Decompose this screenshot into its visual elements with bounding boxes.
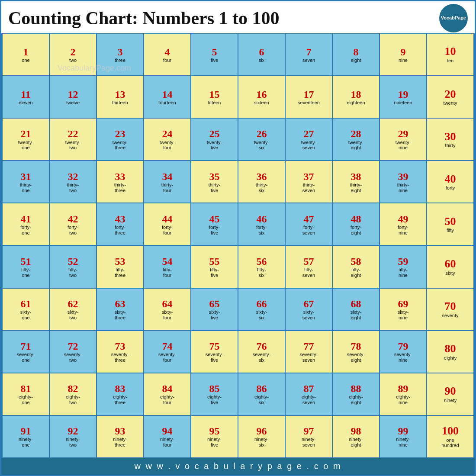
cell-word: twenty- six xyxy=(254,140,269,151)
number-cell-27: 27twenty- seven xyxy=(285,118,332,161)
cell-number: 68 xyxy=(351,298,361,309)
cell-word: forty- three xyxy=(115,225,125,235)
number-cell-54: 54fifty- four xyxy=(144,245,191,288)
cell-number: 56 xyxy=(257,256,267,267)
cell-number: 90 xyxy=(445,385,456,398)
number-cell-61: 61sixty- one xyxy=(2,288,49,331)
number-cell-95: 95ninety- five xyxy=(191,415,238,458)
number-cell-77: 77seventy- seven xyxy=(285,331,332,373)
cell-word: six xyxy=(259,58,264,63)
cell-number: 81 xyxy=(21,383,31,394)
cell-number: 95 xyxy=(209,425,220,437)
cell-word: thirty- one xyxy=(20,182,32,193)
cell-number: 87 xyxy=(304,383,314,394)
number-cell-96: 96ninety- six xyxy=(238,415,285,458)
cell-word: seven xyxy=(302,58,315,63)
number-cell-86: 86eighty- six xyxy=(238,373,285,415)
cell-number: 8 xyxy=(354,46,359,58)
number-cell-6: 6six xyxy=(238,33,285,76)
number-cell-91: 91ninety- one xyxy=(2,415,49,458)
cell-number: 44 xyxy=(162,213,173,225)
cell-number: 75 xyxy=(209,341,220,352)
cell-word: two xyxy=(69,58,77,63)
cell-number: 6 xyxy=(259,46,264,58)
cell-number: 17 xyxy=(304,89,314,100)
cell-number: 49 xyxy=(398,213,408,225)
number-cell-47: 47forty- seven xyxy=(285,203,332,245)
number-cell-58: 58fifty- eight xyxy=(332,245,380,288)
cell-number: 27 xyxy=(304,128,314,139)
cell-word: three xyxy=(115,58,125,63)
cell-word: ten xyxy=(447,58,453,64)
cell-number: 41 xyxy=(21,213,31,225)
cell-word: eight xyxy=(351,58,361,63)
cell-word: twenty- four xyxy=(160,140,175,151)
cell-number: 13 xyxy=(115,89,125,100)
cell-number: 96 xyxy=(257,425,267,437)
cell-number: 48 xyxy=(351,213,361,225)
number-cell-22: 22twenty- two xyxy=(49,118,96,161)
cell-word: ninety- two xyxy=(66,437,80,447)
cell-number: 23 xyxy=(115,128,125,139)
cell-word: thirty- three xyxy=(114,182,126,193)
cell-number: 19 xyxy=(398,89,408,100)
cell-word: ninety- six xyxy=(254,437,269,447)
cell-word: sixty xyxy=(446,270,455,276)
number-cell-18: 18eighteen xyxy=(332,76,380,118)
number-cell-82: 82eighty- two xyxy=(49,373,96,415)
page-wrapper: Counting Chart: Numbers 1 to 100 VocabPa… xyxy=(0,0,476,476)
cell-number: 60 xyxy=(445,258,456,270)
cell-word: one xyxy=(22,58,29,63)
number-cell-16: 16sixteen xyxy=(238,76,285,118)
cell-number: 84 xyxy=(162,383,173,394)
number-cell-15: 15fifteen xyxy=(191,76,238,118)
cell-number: 22 xyxy=(68,128,78,139)
cell-number: 34 xyxy=(162,171,173,182)
cell-word: eighty- nine xyxy=(396,394,410,405)
number-cell-28: 28twenty- eight xyxy=(332,118,380,161)
cell-word: four xyxy=(163,58,171,63)
cell-number: 12 xyxy=(68,89,78,100)
number-cell-45: 45forty- five xyxy=(191,203,238,245)
cell-number: 61 xyxy=(21,298,31,309)
cell-word: sixty- eight xyxy=(351,309,362,320)
cell-number: 93 xyxy=(115,425,125,437)
cell-number: 76 xyxy=(257,341,267,352)
cell-word: eighty- four xyxy=(160,394,174,405)
cell-number: 78 xyxy=(351,341,361,352)
cell-word: ninety xyxy=(444,398,457,403)
number-cell-25: 25twenty- five xyxy=(191,118,238,161)
cell-word: sixty- nine xyxy=(398,309,409,320)
number-cell-13: 13thirteen xyxy=(96,76,144,118)
number-cell-88: 88eighty- eight xyxy=(332,373,380,415)
number-cell-94: 94ninety- four xyxy=(144,415,191,458)
cell-number: 3 xyxy=(118,46,123,58)
number-cell-29: 29twenty- nine xyxy=(380,118,427,161)
number-cell-93: 93ninety- three xyxy=(96,415,144,458)
number-cell-100: 100one hundred xyxy=(427,415,474,458)
cell-word: eighty- eight xyxy=(349,394,363,405)
cell-word: five xyxy=(211,58,218,63)
cell-number: 31 xyxy=(21,171,31,182)
cell-number: 11 xyxy=(21,89,31,100)
cell-word: seventy- one xyxy=(17,352,35,363)
number-cell-20: 20twenty xyxy=(427,76,474,118)
number-cell-92: 92ninety- two xyxy=(49,415,96,458)
number-cell-70: 70seventy xyxy=(427,288,474,331)
cell-word: twenty- eight xyxy=(348,140,363,151)
number-cell-48: 48forty- eight xyxy=(332,203,380,245)
number-cell-3: 3three xyxy=(96,33,144,76)
number-cell-42: 42forty- two xyxy=(49,203,96,245)
cell-number: 20 xyxy=(445,88,456,101)
cell-word: forty- one xyxy=(20,225,31,235)
cell-number: 37 xyxy=(304,171,314,182)
cell-word: ninety- one xyxy=(19,437,33,447)
cell-number: 29 xyxy=(398,128,408,139)
cell-word: fifty- six xyxy=(257,267,266,278)
cell-word: eleven xyxy=(19,100,32,106)
cell-number: 67 xyxy=(304,298,314,309)
cell-word: ninety- three xyxy=(113,437,127,447)
number-cell-73: 73seventy- three xyxy=(96,331,144,373)
cell-number: 57 xyxy=(304,256,314,267)
cell-number: 38 xyxy=(351,171,361,182)
